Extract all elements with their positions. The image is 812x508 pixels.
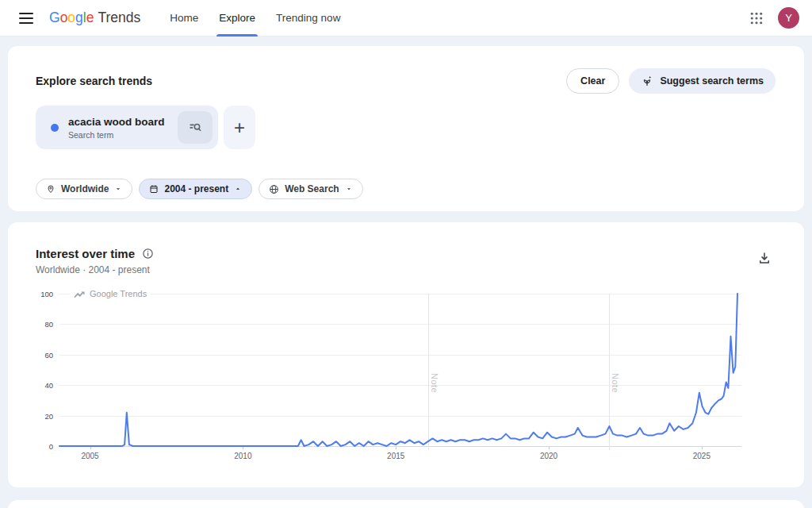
chart-title-row: Interest over time: [36, 247, 154, 260]
y-tick-label: 40: [29, 381, 53, 390]
edit-search-button[interactable]: [178, 111, 213, 144]
globe-icon: [269, 184, 279, 194]
spark-icon: [641, 75, 653, 87]
chart-title: Interest over time: [36, 247, 135, 260]
location-pin-icon: [46, 184, 56, 194]
x-tick-label: 2025: [684, 452, 719, 460]
main-nav: Home Explore Trending now: [159, 0, 350, 37]
filter-chip-location[interactable]: Worldwide: [36, 179, 132, 199]
suggest-label: Suggest search terms: [660, 75, 764, 87]
logo-google: Google: [49, 10, 94, 26]
google-trends-page: Google Trends Home Explore Trending now …: [0, 0, 812, 508]
apps-grid-icon[interactable]: [745, 7, 768, 29]
search-term-value: acacia wood board: [68, 116, 165, 128]
nav-tab-home[interactable]: Home: [159, 0, 209, 37]
x-tick-label: 2010: [225, 452, 260, 460]
filter-chip-search-type[interactable]: Web Search: [259, 179, 362, 199]
header-right: Y: [745, 7, 799, 29]
download-button[interactable]: [755, 248, 774, 267]
avatar[interactable]: Y: [778, 7, 799, 29]
filter-chip-time-range[interactable]: 2004 - present: [139, 179, 252, 199]
nav-tab-explore[interactable]: Explore: [209, 0, 266, 37]
app-header: Google Trends Home Explore Trending now …: [0, 0, 812, 37]
add-comparison-button[interactable]: +: [224, 106, 255, 149]
calendar-icon: [149, 184, 159, 194]
interest-line-series: [59, 294, 741, 446]
explore-actions: Clear Suggest search terms: [566, 68, 776, 94]
filter-search-type-label: Web Search: [285, 183, 339, 194]
y-tick-label: 100: [29, 290, 53, 298]
series-color-dot: [51, 124, 59, 132]
filter-bar: Worldwide 2004 - present Web Search: [36, 179, 363, 199]
plot-area[interactable]: Google Trends 02040608010020052010201520…: [59, 294, 741, 446]
term-text: acacia wood board Search term: [68, 116, 165, 140]
interest-over-time-card: Interest over time Worldwide · 2004 - pr…: [8, 222, 804, 487]
page-title: Explore search trends: [36, 75, 152, 87]
menu-hamburger-icon[interactable]: [13, 5, 40, 32]
y-tick-label: 20: [29, 412, 53, 421]
x-tick-label: 2005: [73, 452, 108, 460]
y-tick-label: 60: [29, 351, 53, 360]
logo-trends: Trends: [98, 10, 140, 26]
explore-card: Explore search trends Clear Suggest sear…: [8, 46, 804, 211]
next-card: [8, 500, 804, 508]
chevron-down-icon: [345, 185, 353, 193]
chevron-down-icon: [114, 185, 122, 193]
clear-button[interactable]: Clear: [566, 68, 619, 94]
filter-time-label: 2004 - present: [164, 183, 228, 194]
chevron-down-icon: [234, 185, 242, 193]
download-icon: [757, 251, 772, 265]
search-term-chip[interactable]: acacia wood board Search term: [36, 106, 218, 149]
filter-location-label: Worldwide: [61, 183, 109, 194]
y-tick-label: 0: [29, 442, 53, 451]
x-tick-label: 2020: [531, 452, 566, 460]
nav-tab-trending-now[interactable]: Trending now: [266, 0, 350, 37]
y-tick-label: 80: [29, 320, 53, 329]
info-icon[interactable]: [142, 248, 154, 260]
suggest-search-terms-button[interactable]: Suggest search terms: [629, 68, 776, 94]
google-trends-logo[interactable]: Google Trends: [49, 10, 140, 26]
manage-search-icon: [188, 120, 203, 135]
chart-subtitle: Worldwide · 2004 - present: [36, 264, 150, 275]
x-tick-label: 2015: [378, 452, 413, 460]
search-term-type: Search term: [68, 130, 165, 140]
